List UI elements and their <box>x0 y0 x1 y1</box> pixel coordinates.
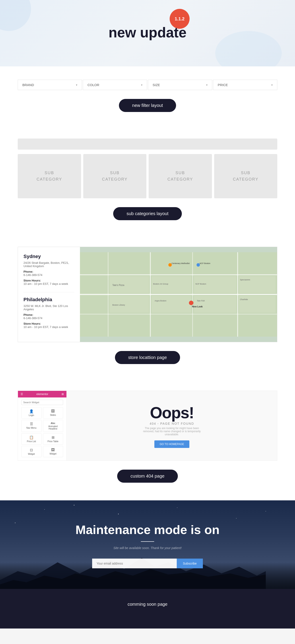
sub-categories-layout-button[interactable]: sub categories layout <box>113 207 182 220</box>
elementor-header: ☰ elementor ⊞ <box>18 391 67 398</box>
svg-rect-13 <box>194 296 236 313</box>
login-icon: 👤 <box>22 409 41 414</box>
maintenance-background: Maintenance mode is on Site will be avai… <box>0 500 295 589</box>
svg-text:Tate Fish: Tate Fish <box>197 300 205 302</box>
store-hours-label-1: Store Hours: <box>24 279 74 282</box>
subcategory-label-2: SUBCATEGORY <box>102 170 128 182</box>
subcategory-item-1[interactable]: SUBCATEGORY <box>18 154 81 198</box>
404-layout: ☰ elementor ⊞ 👤 Login 🖼 Slides ☰ Nav Men… <box>18 390 277 461</box>
store-location-button[interactable]: store locattion page <box>115 351 180 364</box>
store-address-1: 24/26 Strait Bargate, Boston, PE21, Unit… <box>24 261 74 268</box>
widget-extra-1[interactable]: ⊡ Widget <box>21 446 42 457</box>
price-label: PRICE <box>218 83 228 87</box>
store-phone-label-1: Phone: <box>24 270 74 273</box>
widget-2-label: Widget <box>50 452 57 455</box>
maintenance-section: Maintenance mode is on Site will be avai… <box>0 500 295 628</box>
maintenance-email-input[interactable] <box>92 558 177 568</box>
store-location-section: Sydney 24/26 Strait Bargate, Boston, PE2… <box>0 238 295 382</box>
go-to-homepage-button[interactable]: GO TO HOMEPAGE <box>154 440 189 448</box>
widget-1-icon: ⊡ <box>22 448 41 452</box>
map-svg: Tate's Pizza Boston Art Group Boston Lib… <box>80 247 277 342</box>
maintenance-divider <box>141 541 154 542</box>
svg-text:NCP Boston: NCP Boston <box>195 283 206 285</box>
store-map: Tate's Pizza Boston Art Group Boston Lib… <box>80 247 277 342</box>
maintenance-form: Subscribe <box>92 558 203 568</box>
svg-text:Boston Art Group: Boston Art Group <box>153 283 168 285</box>
widget-2-icon: 🖼 <box>44 448 62 452</box>
widget-login-label: Login <box>29 414 34 416</box>
animated-headline-icon: Abc <box>44 422 62 424</box>
widget-slides-label: Slides <box>50 414 56 416</box>
update-title: new update <box>18 24 277 41</box>
subcategory-item-4[interactable]: SUBCATEGORY <box>214 154 277 198</box>
subcategory-label-1: SUBCATEGORY <box>37 170 62 182</box>
svg-point-28 <box>196 263 200 266</box>
widget-extra-2[interactable]: 🖼 Widget <box>43 446 63 457</box>
subcategory-item-3[interactable]: SUBCATEGORY <box>149 154 212 198</box>
not-found-description: The page you are looking for might have … <box>141 427 203 436</box>
brand-arrow-icon: ▾ <box>76 84 77 86</box>
store-hours-label-2: Store Hours: <box>24 322 74 325</box>
widget-nav-label: Nav Menu <box>26 427 37 429</box>
size-filter[interactable]: SIZE ▾ <box>148 80 212 90</box>
svg-point-26 <box>168 263 172 266</box>
coming-soon-button[interactable]: comming soon page <box>114 598 181 611</box>
subcategory-label-3: SUBCATEGORY <box>167 170 193 182</box>
size-arrow-icon: ▾ <box>206 84 207 86</box>
widget-price-table-label: Price Table <box>48 440 59 442</box>
color-label: COLOR <box>88 83 99 87</box>
widget-price-list-label: Price List <box>27 440 36 442</box>
not-found-text: 404 - PAGE NOT FOUND <box>150 422 194 425</box>
subscribe-button[interactable]: Subscribe <box>177 558 203 568</box>
elementor-panel: ☰ elementor ⊞ 👤 Login 🖼 Slides ☰ Nav Men… <box>18 391 67 460</box>
color-arrow-icon: ▾ <box>141 84 142 86</box>
svg-text:New Look: New Look <box>192 306 203 308</box>
store-phone-label-2: Phone: <box>24 313 74 316</box>
subcategory-item-2[interactable]: SUBCATEGORY <box>83 154 147 198</box>
elementor-title: elementor <box>36 392 48 396</box>
size-label: SIZE <box>153 83 160 87</box>
brand-label: BRAND <box>22 83 34 87</box>
elementor-widgets: 👤 Login 🖼 Slides ☰ Nav Menu Abc Animated… <box>21 407 63 457</box>
widget-nav-menu[interactable]: ☰ Nav Menu <box>21 420 42 432</box>
widget-price-list[interactable]: 📋 Price List <box>21 433 42 444</box>
store-city-1: Sydney <box>24 254 74 259</box>
svg-text:Specsavers: Specsavers <box>240 278 250 281</box>
widget-1-label: Widget <box>28 453 35 455</box>
store-phone-2: 6-146-389-574 <box>24 316 74 320</box>
elementor-menu-icon: ☰ <box>21 392 23 396</box>
svg-text:Centenary Methodist: Centenary Methodist <box>171 262 190 264</box>
subcategory-grid: SUBCATEGORY SUBCATEGORY SUBCATEGORY SUBC… <box>18 154 277 198</box>
store-divider <box>24 292 74 292</box>
widget-animated-headline[interactable]: Abc Animated Headline <box>43 420 63 432</box>
widget-slides[interactable]: 🖼 Slides <box>43 407 63 418</box>
price-arrow-icon: ▾ <box>271 84 273 86</box>
color-filter[interactable]: COLOR ▾ <box>83 80 147 90</box>
custom-404-button[interactable]: custom 404 page <box>117 470 178 483</box>
subcategories-section: SUBCATEGORY SUBCATEGORY SUBCATEGORY SUBC… <box>0 130 295 238</box>
new-filter-layout-button[interactable]: new filter layout <box>119 99 176 112</box>
widget-animated-label: Animated Headline <box>48 425 58 430</box>
brand-filter[interactable]: BRAND ▾ <box>18 80 82 90</box>
svg-text:Charlotte: Charlotte <box>240 298 248 300</box>
maintenance-title: Maintenance mode is on <box>18 522 277 537</box>
svg-text:NCF Boston: NCF Boston <box>200 262 210 264</box>
elementor-grid-icon: ⊞ <box>62 392 64 396</box>
svg-text:Boston Library: Boston Library <box>112 304 125 306</box>
filter-section: BRAND ▾ COLOR ▾ SIZE ▾ PRICE ▾ new filte… <box>0 66 295 130</box>
custom-404-section: ☰ elementor ⊞ 👤 Login 🖼 Slides ☰ Nav Men… <box>0 382 295 500</box>
oops-text: Oops! <box>150 404 194 422</box>
subcategory-header-bar <box>18 138 277 150</box>
filter-bar: BRAND ▾ COLOR ▾ SIZE ▾ PRICE ▾ <box>18 80 277 90</box>
price-table-icon: ⊞ <box>44 435 62 440</box>
404-content: Oops! 404 - PAGE NOT FOUND The page you … <box>67 391 277 460</box>
store-hours-1: 10 am - 10 pm EST, 7 days a week <box>24 282 74 286</box>
store-layout: Sydney 24/26 Strait Bargate, Boston, PE2… <box>18 247 277 342</box>
widget-price-table[interactable]: ⊞ Price Table <box>43 433 63 444</box>
store-city-2: Philadelphia <box>24 297 74 302</box>
svg-rect-11 <box>152 296 191 313</box>
elementor-search-input[interactable] <box>21 400 63 405</box>
update-section: 1.1.2 new update <box>0 0 295 66</box>
widget-login[interactable]: 👤 Login <box>21 407 42 418</box>
price-filter[interactable]: PRICE ▾ <box>213 80 277 90</box>
